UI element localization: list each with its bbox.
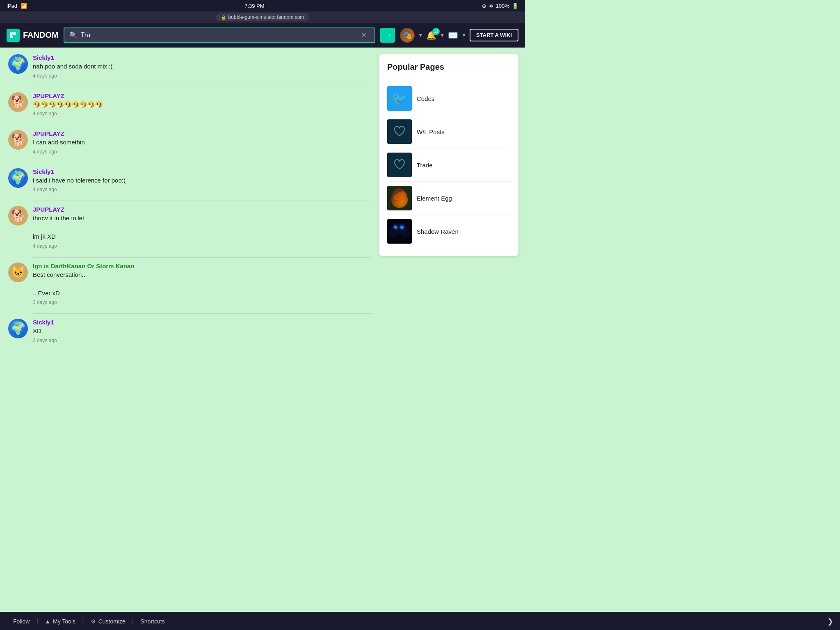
airdrop-icon: ⊕ — [482, 3, 486, 9]
wifi-icon: 📶 — [21, 3, 27, 9]
message-body: JPUPLAYZ 🤧🤧🤧🤧🤧🤧🤧🤧🤧 4 days ago — [33, 92, 371, 117]
messages-dropdown-icon[interactable]: ▼ — [461, 32, 466, 38]
notifications-dropdown-icon[interactable]: ▼ — [440, 32, 445, 38]
chat-time: 4 days ago — [33, 73, 371, 79]
chat-username[interactable]: JPUPLAYZ — [33, 92, 371, 99]
fandom-logo-text: FANDOM — [23, 30, 59, 40]
popular-item-label: Shadow Raven — [417, 228, 459, 235]
popular-item-trade[interactable]: Trade — [387, 148, 510, 182]
chat-text: throw it in the toiletim jk XD — [33, 214, 371, 242]
chat-username[interactable]: JPUPLAYZ — [33, 130, 371, 137]
search-clear-icon[interactable]: ✕ — [361, 31, 366, 39]
avatar — [8, 130, 28, 150]
sidebar: Popular Pages 🐦 Codes W/L Posts — [379, 54, 518, 256]
start-wiki-button[interactable]: START A WIKI — [470, 29, 518, 41]
status-left: iPad 📶 — [7, 3, 27, 9]
avatar — [8, 206, 28, 226]
popular-item-shadow-raven[interactable]: Shadow Raven — [387, 215, 510, 248]
chat-time: 4 days ago — [33, 149, 371, 155]
chat-username[interactable]: Ign is DarthKanan Or Storm Kanan — [33, 262, 371, 269]
user-avatar[interactable]: 🎭 — [400, 28, 415, 43]
status-right: ⊕ ✲ 100% 🔋 — [482, 3, 518, 9]
search-container[interactable]: 🔍 ✕ — [64, 27, 376, 43]
message-body: Sickly1 i said i have no tolerence for p… — [33, 168, 371, 193]
chat-text: nah poo and soda dont mix :( — [33, 62, 371, 71]
battery-label: 100% — [496, 3, 509, 9]
chat-divider — [33, 125, 371, 125]
notification-badge: 13 — [432, 28, 440, 35]
url-bar[interactable]: 🔒 bubble-gum-simulator.fandom.com — [0, 11, 525, 23]
main-content: Sickly1 nah poo and soda dont mix :( 4 d… — [0, 48, 525, 376]
lock-icon: 🔒 — [221, 15, 226, 20]
wl-posts-thumbnail — [387, 119, 412, 144]
chat-time: 4 days ago — [33, 187, 371, 192]
shadow-raven-thumbnail — [387, 219, 412, 244]
popular-item-label: Codes — [417, 95, 434, 102]
search-submit-button[interactable]: → — [380, 28, 395, 43]
chat-divider — [33, 201, 371, 201]
list-item: JPUPLAYZ I can add somethin 4 days ago — [8, 130, 371, 155]
chat-text: XD — [33, 326, 371, 336]
popular-item-codes[interactable]: 🐦 Codes — [387, 82, 510, 115]
list-item: Sickly1 nah poo and soda dont mix :( 4 d… — [8, 54, 371, 79]
element-egg-thumbnail — [387, 186, 412, 210]
avatar — [8, 54, 28, 74]
chat-username[interactable]: Sickly1 — [33, 168, 371, 175]
chat-username[interactable]: Sickly1 — [33, 319, 371, 326]
url-text: bubble-gum-simulator.fandom.com — [228, 14, 304, 20]
chat-text: 🤧🤧🤧🤧🤧🤧🤧🤧🤧 — [33, 100, 371, 110]
messages-button[interactable]: ✉️ — [448, 30, 458, 40]
nav-bar: FANDOM 🔍 ✕ → 🎭 ▼ 🔔 13 ▼ ✉️ ▼ START A WIK… — [0, 23, 525, 48]
popular-item-wl-posts[interactable]: W/L Posts — [387, 115, 510, 148]
message-body: Sickly1 XD 3 days ago — [33, 319, 371, 343]
chat-text: Best conversation..... Ever xD — [33, 270, 371, 298]
popular-pages-title: Popular Pages — [387, 62, 510, 77]
heart-icon — [392, 124, 407, 139]
twitter-icon: 🐦 — [391, 91, 408, 106]
chat-divider — [33, 163, 371, 163]
list-item: Sickly1 XD 3 days ago — [8, 319, 371, 343]
nav-icons: 🎭 ▼ 🔔 13 ▼ ✉️ ▼ START A WIKI — [400, 28, 518, 43]
chat-text: i said i have no tolerence for poo:( — [33, 176, 371, 185]
chat-divider — [33, 257, 371, 258]
status-bar: iPad 📶 7:39 PM ⊕ ✲ 100% 🔋 — [0, 0, 525, 11]
popular-item-label: Trade — [417, 162, 433, 169]
message-body: JPUPLAYZ I can add somethin 4 days ago — [33, 130, 371, 155]
popular-item-element-egg[interactable]: Element Egg — [387, 182, 510, 215]
status-time: 7:39 PM — [244, 3, 264, 9]
popular-item-label: Element Egg — [417, 195, 452, 202]
message-body: JPUPLAYZ throw it in the toiletim jk XD … — [33, 206, 371, 249]
chat-time: 3 days ago — [33, 299, 371, 305]
avatar-dropdown-icon[interactable]: ▼ — [418, 32, 423, 38]
url-bar-inner: 🔒 bubble-gum-simulator.fandom.com — [216, 13, 309, 21]
message-body: Ign is DarthKanan Or Storm Kanan Best co… — [33, 262, 371, 306]
list-item: Sickly1 i said i have no tolerence for p… — [8, 168, 371, 193]
chat-divider — [33, 87, 371, 87]
battery-icon: 🔋 — [512, 3, 518, 9]
avatar — [8, 319, 28, 338]
list-item: JPUPLAYZ 🤧🤧🤧🤧🤧🤧🤧🤧🤧 4 days ago — [8, 92, 371, 117]
trade-thumbnail — [387, 153, 412, 177]
chat-time: 3 days ago — [33, 338, 371, 343]
fandom-logo-icon — [7, 29, 20, 42]
chat-username[interactable]: Sickly1 — [33, 54, 371, 61]
notifications-button[interactable]: 🔔 13 — [426, 30, 436, 40]
avatar — [8, 168, 28, 188]
search-input[interactable] — [81, 32, 361, 39]
avatar — [8, 92, 28, 112]
message-body: Sickly1 nah poo and soda dont mix :( 4 d… — [33, 54, 371, 79]
list-item: JPUPLAYZ throw it in the toiletim jk XD … — [8, 206, 371, 249]
chat-divider — [33, 313, 371, 314]
chat-username[interactable]: JPUPLAYZ — [33, 206, 371, 213]
fandom-logo[interactable]: FANDOM — [7, 29, 59, 42]
codes-thumbnail: 🐦 — [387, 86, 412, 111]
search-icon: 🔍 — [69, 31, 78, 39]
avatar — [8, 262, 28, 282]
heart-icon — [392, 158, 407, 172]
list-item: Ign is DarthKanan Or Storm Kanan Best co… — [8, 262, 371, 306]
device-label: iPad — [7, 3, 17, 9]
popular-item-label: W/L Posts — [417, 128, 445, 135]
chat-text: I can add somethin — [33, 138, 371, 147]
bluetooth-icon: ✲ — [489, 3, 493, 9]
chat-area: Sickly1 nah poo and soda dont mix :( 4 d… — [0, 48, 379, 376]
